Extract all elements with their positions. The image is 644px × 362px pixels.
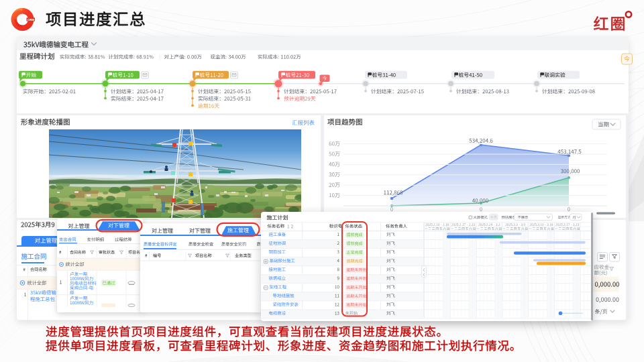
svg-text:CRM: CRM: [28, 18, 34, 21]
